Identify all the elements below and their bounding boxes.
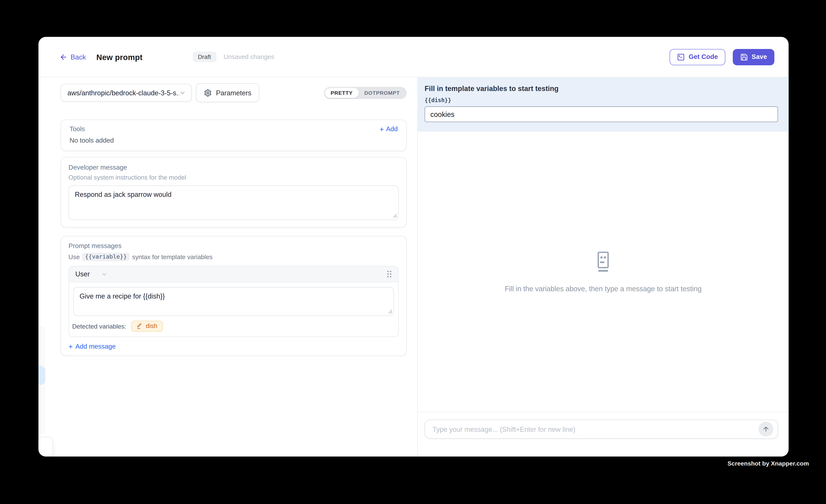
developer-message-title: Developer message (68, 164, 399, 171)
developer-message-card: Developer message Optional system instru… (61, 157, 407, 228)
hint-suffix: syntax for template variables (132, 253, 213, 261)
resize-handle-icon[interactable] (393, 213, 397, 218)
chevron-down-icon (179, 89, 186, 96)
app-window: Back New prompt Draft Unsaved changes Ge… (39, 37, 789, 456)
user-message-textarea[interactable]: Give me a recipe for {{dish}} (73, 287, 394, 316)
prompt-messages-card: Prompt messages Use {{variable}} syntax … (61, 236, 407, 356)
save-label: Save (752, 53, 767, 60)
developer-message-subtitle: Optional system instructions for the mod… (68, 174, 399, 181)
add-tool-label: Add (386, 125, 398, 133)
tools-card: Tools + Add No tools added (61, 120, 407, 151)
tools-empty-text: No tools added (69, 137, 398, 144)
parameters-button[interactable]: Parameters (196, 83, 259, 102)
prompt-editor-panel: aws/anthropic/bedrock-claude-3-5-s... Pa… (39, 77, 418, 456)
get-code-label: Get Code (689, 53, 718, 60)
toggle-dotprompt[interactable]: DOTPROMPT (359, 87, 406, 98)
back-label: Back (71, 53, 86, 61)
template-variables-title: Fill in template variables to start test… (425, 85, 778, 93)
message-input[interactable] (431, 425, 759, 434)
edit-pencil-icon (136, 323, 143, 329)
detected-variables-row: Detected variables: dish (69, 316, 398, 336)
prompt-messages-title: Prompt messages (68, 242, 399, 250)
empty-state-text: Fill in the variables above, then type a… (505, 285, 702, 293)
model-row: aws/anthropic/bedrock-claude-3-5-s... Pa… (61, 83, 407, 102)
status-badge: Draft (193, 52, 216, 62)
gear-icon (204, 89, 212, 97)
variable-value-input[interactable] (425, 106, 778, 122)
header: Back New prompt Draft Unsaved changes Ge… (39, 37, 789, 77)
view-mode-toggle: PRETTY DOTPROMPT (324, 87, 407, 99)
back-button[interactable]: Back (60, 53, 86, 61)
get-code-button[interactable]: Get Code (670, 49, 725, 65)
test-panel: Fill in template variables to start test… (418, 77, 789, 456)
variable-chip-dish[interactable]: dish (131, 321, 163, 332)
chevron-down-icon[interactable] (101, 271, 108, 277)
add-message-label: Add message (75, 343, 116, 350)
message-block: User Give me a recipe for {{d (68, 266, 399, 337)
hint-prefix: Use (68, 253, 80, 261)
main-body: aws/anthropic/bedrock-claude-3-5-s... Pa… (39, 77, 789, 456)
add-tool-button[interactable]: + Add (379, 125, 398, 133)
resize-handle-icon[interactable] (388, 309, 392, 314)
variable-chip-label: dish (146, 322, 158, 329)
tools-title: Tools (69, 125, 85, 133)
chat-input-bar (418, 412, 789, 456)
variable-syntax-hint: Use {{variable}} syntax for template var… (68, 253, 399, 261)
page-title: New prompt (96, 52, 142, 61)
toggle-pretty[interactable]: PRETTY (325, 87, 358, 98)
template-variables-section: Fill in template variables to start test… (418, 77, 789, 132)
model-selector[interactable]: aws/anthropic/bedrock-claude-3-5-s... (61, 84, 192, 102)
variable-code-chip: {{variable}} (82, 253, 129, 261)
arrow-left-icon (60, 53, 67, 61)
variable-key-label: {{dish}} (425, 97, 778, 103)
chat-empty-area: Fill in the variables above, then type a… (418, 132, 789, 412)
message-body: Give me a recipe for {{dish}} (69, 282, 398, 316)
developer-message-textarea[interactable]: Respond as jack sparrow would (68, 185, 399, 220)
corner-popover (39, 437, 53, 456)
send-button[interactable] (759, 422, 773, 437)
plus-icon: + (379, 126, 384, 132)
message-role-bar: User (69, 266, 398, 282)
arrow-up-icon (762, 425, 769, 433)
drag-handle-icon[interactable] (387, 270, 392, 278)
parameters-label: Parameters (216, 89, 251, 97)
bot-face-icon (593, 251, 613, 272)
save-icon (740, 53, 748, 61)
watermark-text: Screenshot by Xnapper.com (727, 460, 809, 467)
chat-input[interactable] (425, 420, 778, 439)
sidebar-active-item (39, 366, 45, 385)
add-message-button[interactable]: + Add message (68, 343, 399, 350)
detected-variables-label: Detected variables: (72, 323, 126, 330)
model-selector-value: aws/anthropic/bedrock-claude-3-5-s... (67, 89, 179, 97)
unsaved-changes-text: Unsaved changes (224, 53, 274, 60)
role-select-value[interactable]: User (75, 270, 90, 278)
save-button[interactable]: Save (733, 49, 774, 65)
stage: Back New prompt Draft Unsaved changes Ge… (0, 0, 826, 504)
plus-icon: + (68, 343, 73, 350)
terminal-icon (677, 53, 685, 61)
